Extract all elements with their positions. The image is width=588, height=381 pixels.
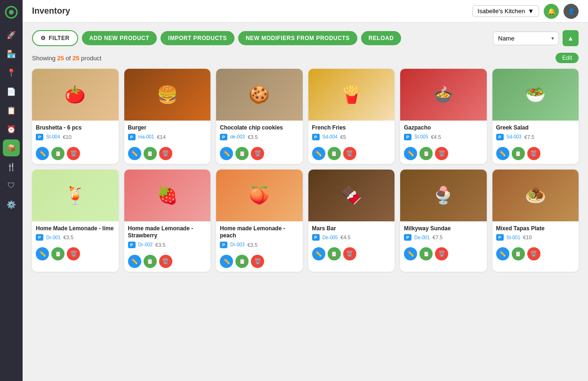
delete-product-button[interactable]: 🗑️: [343, 247, 356, 260]
copy-product-button[interactable]: 📋: [328, 247, 341, 260]
product-name: Mixed Tapas Plate: [496, 225, 575, 233]
copy-product-button[interactable]: 📋: [419, 247, 433, 260]
product-code: Sd-004: [322, 134, 338, 139]
delete-product-button[interactable]: 🗑️: [527, 147, 540, 160]
copy-product-button[interactable]: 📋: [235, 147, 249, 160]
product-price: €5: [340, 134, 346, 140]
delete-product-button[interactable]: 🗑️: [435, 247, 448, 260]
edit-product-button[interactable]: ✏️: [404, 247, 417, 260]
add-product-button[interactable]: ADD NEW PRODUCT: [82, 31, 157, 45]
product-code: Dr-001: [46, 235, 61, 240]
product-badge: P: [128, 134, 136, 140]
product-badge: P: [220, 242, 227, 248]
delete-product-button[interactable]: 🗑️: [435, 147, 448, 160]
copy-product-button[interactable]: 📋: [235, 255, 249, 268]
filter-button[interactable]: ⚙ FILTER: [32, 30, 78, 46]
edit-product-button[interactable]: ✏️: [404, 147, 417, 160]
copy-product-button[interactable]: 📋: [144, 147, 157, 160]
delete-product-button[interactable]: 🗑️: [159, 147, 172, 160]
sidebar-icon-fork[interactable]: 🍴: [3, 158, 20, 175]
sidebar-icon-document[interactable]: 📄: [3, 83, 20, 100]
product-card: 🍪 Chocolate chip cookies P de-003 €3.5 ✏…: [216, 69, 303, 164]
product-meta: P St-005 €4.5: [404, 134, 483, 140]
main-content: Inventory Isabelle's Kitchen ▼ 🔔 👤 ⚙ FIL…: [23, 0, 588, 381]
svg-point-2: [9, 10, 14, 15]
edit-product-button[interactable]: ✏️: [496, 147, 509, 160]
sidebar-icon-inventory[interactable]: 📦: [3, 139, 20, 156]
product-meta: P St-001 €10: [496, 234, 575, 241]
copy-product-button[interactable]: 📋: [51, 247, 64, 260]
product-badge: P: [312, 134, 320, 140]
product-info: Mixed Tapas Plate P St-001 €10: [492, 221, 579, 248]
product-actions: ✏️ 📋 🗑️: [492, 147, 579, 164]
copy-product-button[interactable]: 📋: [512, 247, 525, 260]
product-badge: P: [496, 234, 504, 241]
delete-product-button[interactable]: 🗑️: [527, 247, 540, 260]
product-name: Gazpacho: [404, 124, 483, 132]
edit-product-button[interactable]: ✏️: [128, 255, 141, 268]
sidebar-icon-book[interactable]: 📋: [3, 102, 20, 119]
copy-product-button[interactable]: 📋: [144, 255, 157, 268]
product-price: €10: [523, 235, 532, 240]
product-meta: P St-004 €10: [36, 134, 115, 140]
sidebar-icon-rocket[interactable]: 🚀: [3, 26, 20, 43]
product-image: 🍨: [400, 170, 487, 221]
delete-product-button[interactable]: 🗑️: [251, 147, 264, 160]
product-actions: ✏️ 📋 🗑️: [308, 247, 395, 264]
copy-product-button[interactable]: 📋: [51, 147, 64, 160]
edit-product-button[interactable]: ✏️: [312, 247, 325, 260]
product-name: French Fries: [312, 124, 391, 132]
copy-product-button[interactable]: 📋: [419, 147, 433, 160]
sidebar-icon-shield[interactable]: 🛡: [3, 177, 20, 194]
product-price: €4.5: [431, 134, 441, 140]
product-image: 🍲: [400, 69, 487, 121]
delete-product-button[interactable]: 🗑️: [343, 147, 356, 160]
edit-product-button[interactable]: ✏️: [36, 147, 49, 160]
product-price: €3.5: [248, 242, 258, 248]
sort-direction-button[interactable]: ▲: [563, 30, 579, 46]
sidebar: 🚀 🏪 📍 📄 📋 ⏰ 📦 🍴 🛡 ⚙️: [0, 0, 23, 381]
kitchen-selector[interactable]: Isabelle's Kitchen ▼: [472, 5, 539, 17]
edit-button[interactable]: Edit: [556, 53, 579, 63]
product-badge: P: [36, 234, 43, 241]
product-name: Home Made Lemonade - lime: [36, 225, 115, 233]
delete-product-button[interactable]: 🗑️: [251, 255, 264, 268]
page-title: Inventory: [32, 6, 70, 16]
edit-product-button[interactable]: ✏️: [128, 147, 141, 160]
product-actions: ✏️ 📋 🗑️: [124, 147, 211, 164]
product-price: €3.5: [155, 242, 165, 248]
product-code: Sd-003: [507, 134, 522, 139]
import-products-button[interactable]: IMPORT PRODUCTS: [161, 31, 234, 45]
edit-product-button[interactable]: ✏️: [36, 247, 49, 260]
edit-product-button[interactable]: ✏️: [220, 255, 233, 268]
toolbar: ⚙ FILTER ADD NEW PRODUCT IMPORT PRODUCTS…: [32, 30, 579, 46]
sidebar-icon-settings[interactable]: ⚙️: [3, 196, 20, 213]
status-text: Showing 25 of 25 product: [32, 55, 101, 62]
delete-product-button[interactable]: 🗑️: [67, 147, 80, 160]
notification-bell[interactable]: 🔔: [544, 4, 559, 19]
reload-button[interactable]: RELOAD: [361, 31, 402, 45]
user-avatar[interactable]: 👤: [564, 4, 579, 19]
product-card: 🍨 Milkyway Sundae P De-001 €7.5 ✏️ 📋 🗑️: [400, 170, 487, 272]
product-price: €3.5: [64, 235, 73, 240]
product-code: Dr-003: [230, 242, 245, 247]
product-meta: P De-005 €4.5: [312, 234, 391, 241]
sidebar-icon-store[interactable]: 🏪: [3, 45, 20, 62]
edit-product-button[interactable]: ✏️: [496, 247, 509, 260]
app-logo[interactable]: [3, 4, 20, 21]
edit-product-button[interactable]: ✏️: [220, 147, 233, 160]
product-price: €14: [157, 134, 165, 140]
sidebar-icon-clock[interactable]: ⏰: [3, 121, 20, 138]
sidebar-icon-location[interactable]: 📍: [3, 64, 20, 81]
product-name: Greek Salad: [496, 124, 575, 132]
delete-product-button[interactable]: 🗑️: [159, 255, 172, 268]
product-image: 🍪: [216, 69, 303, 121]
product-card: 🍲 Gazpacho P St-005 €4.5 ✏️ 📋 🗑️: [400, 69, 487, 164]
copy-product-button[interactable]: 📋: [512, 147, 525, 160]
edit-product-button[interactable]: ✏️: [312, 147, 325, 160]
new-modifiers-button[interactable]: NEW MODIFIERS FROM PRODUCTS: [238, 31, 357, 45]
delete-product-button[interactable]: 🗑️: [67, 247, 80, 260]
copy-product-button[interactable]: 📋: [328, 147, 341, 160]
product-image: 🍅: [32, 69, 119, 121]
sort-select[interactable]: Name Price Category SKU: [493, 32, 559, 45]
